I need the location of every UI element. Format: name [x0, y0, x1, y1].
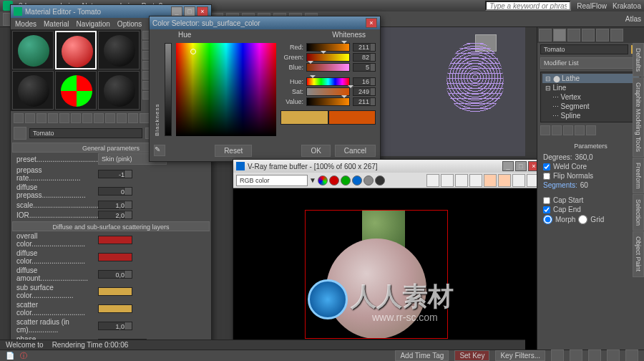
vfb-maximize-button[interactable]: □ — [515, 161, 527, 171]
menu-realflow[interactable]: RealFlow — [577, 2, 607, 10]
material-slot[interactable] — [55, 71, 97, 110]
cap-end-checkbox[interactable] — [543, 206, 550, 213]
modify-tab[interactable] — [553, 29, 566, 42]
picker-marker[interactable] — [190, 49, 196, 54]
corrections-button[interactable] — [512, 174, 525, 187]
diffuse-color-swatch[interactable] — [98, 253, 132, 261]
red-value[interactable]: 211 — [353, 43, 376, 52]
channel-dropdown[interactable]: RGB color — [236, 175, 308, 186]
hue-value[interactable]: 16 — [353, 77, 376, 86]
tab-defaults[interactable]: Defaults — [633, 43, 644, 77]
put-to-library-button[interactable] — [82, 113, 92, 123]
me-close-button[interactable]: × — [197, 6, 208, 16]
vfb-titlebar[interactable]: V-Ray frame buffer - [100% of 600 x 267]… — [233, 160, 542, 173]
make-copy-button[interactable] — [59, 113, 69, 123]
copy-button[interactable] — [469, 174, 482, 187]
get-material-button[interactable] — [14, 113, 24, 123]
cap-start-checkbox[interactable] — [543, 197, 550, 204]
tab-freeform[interactable]: Freeform — [633, 158, 644, 194]
tab-graphite[interactable]: Graphite Modeling Tools — [633, 77, 644, 157]
material-slot[interactable] — [98, 71, 140, 110]
show-map-button[interactable] — [105, 113, 115, 123]
scatter-color-swatch[interactable] — [98, 304, 132, 313]
green-channel-button[interactable] — [341, 175, 351, 186]
tab-selection[interactable]: Selection — [633, 194, 644, 231]
reset-button[interactable] — [48, 113, 58, 123]
degrees-spinner[interactable]: 360,0 — [575, 153, 610, 161]
val-value[interactable]: 211 — [353, 97, 376, 106]
modifier-list-dropdown[interactable]: Modifier List — [540, 57, 641, 69]
blue-slider[interactable] — [306, 63, 350, 72]
me-minimize-button[interactable]: _ — [171, 6, 182, 16]
stack-segment[interactable]: ⋯ Segment — [542, 102, 639, 111]
utilities-tab[interactable] — [610, 29, 623, 42]
diffuse-amt-spinner[interactable]: 0,0 — [98, 270, 132, 279]
assign-button[interactable] — [36, 113, 47, 123]
add-time-tag-button[interactable]: Add Time Tag — [395, 350, 449, 361]
render-region[interactable] — [305, 210, 448, 339]
goto-start-button[interactable] — [551, 350, 564, 362]
ior-spinner[interactable]: 2,0 — [98, 211, 132, 219]
show-end-result-button[interactable] — [117, 113, 127, 123]
display-tab[interactable] — [596, 29, 609, 42]
cs-titlebar[interactable]: Color Selector: sub_surface_color × — [150, 16, 380, 29]
maxscript-icon[interactable]: 📄 — [6, 352, 14, 360]
material-slot-active[interactable] — [55, 31, 97, 69]
segments-spinner[interactable]: 60 — [580, 181, 609, 189]
me-menu-material[interactable]: Material — [44, 20, 69, 28]
tab-object-paint[interactable]: Object Paint — [633, 231, 644, 276]
morph-radio[interactable] — [543, 215, 552, 224]
region-button[interactable] — [484, 174, 497, 187]
stack-lathe[interactable]: ⊟ ⬤ Lathe — [542, 74, 639, 83]
me-menu-modes[interactable]: Modes — [15, 20, 36, 28]
object-name-input[interactable] — [540, 44, 628, 54]
sss-color-swatch[interactable] — [98, 287, 132, 296]
wireframe-object[interactable] — [447, 42, 504, 113]
info-icon[interactable]: ⓘ — [20, 351, 27, 361]
play-button[interactable] — [588, 350, 601, 362]
make-unique-button[interactable] — [71, 113, 81, 123]
hierarchy-tab[interactable] — [567, 29, 580, 42]
show-end-button[interactable] — [552, 125, 562, 135]
cs-close-button[interactable]: × — [366, 18, 377, 28]
key-filters-button[interactable]: Key Filters... — [495, 350, 545, 361]
remove-mod-button[interactable] — [575, 125, 585, 135]
motion-tab[interactable] — [582, 29, 595, 42]
track-mouse-button[interactable] — [498, 174, 511, 187]
scale-spinner[interactable]: 1,0 — [98, 201, 132, 209]
search-input[interactable] — [485, 1, 571, 11]
prepass-spinner[interactable]: -1 — [98, 170, 132, 178]
weld-checkbox[interactable] — [543, 163, 550, 170]
eyedropper-icon[interactable]: ✎ — [154, 145, 165, 156]
material-name-input[interactable] — [29, 128, 142, 138]
prev-frame-button[interactable] — [570, 350, 582, 362]
ok-button[interactable]: OK — [301, 145, 330, 157]
goto-end-button[interactable] — [625, 350, 638, 362]
timeline[interactable]: Welcome to Rendering Time 0:00:06 — [0, 340, 525, 350]
stack-line[interactable]: ⊟ Line — [542, 83, 639, 92]
clear-button[interactable] — [455, 174, 468, 187]
put-to-scene-button[interactable] — [25, 113, 35, 123]
pin-stack-button[interactable] — [540, 125, 550, 135]
blue-channel-button[interactable] — [352, 175, 362, 186]
overall-color-swatch[interactable] — [98, 236, 132, 244]
go-sibling-button[interactable] — [140, 113, 150, 123]
next-frame-button[interactable] — [607, 350, 620, 362]
go-parent-button[interactable] — [128, 113, 138, 123]
material-slot[interactable] — [12, 71, 54, 110]
hue-whiteness-picker[interactable] — [176, 43, 276, 136]
red-channel-button[interactable] — [329, 175, 339, 186]
rgb-button[interactable] — [318, 175, 328, 186]
me-menu-options[interactable]: Options — [117, 20, 142, 28]
red-slider[interactable] — [306, 43, 350, 52]
alpha-channel-button[interactable] — [364, 175, 374, 186]
load-image-button[interactable] — [441, 174, 454, 187]
grid-radio[interactable] — [578, 215, 587, 224]
pick-button[interactable] — [14, 127, 26, 140]
render-view[interactable] — [233, 188, 542, 353]
menu-krakatoa[interactable]: Krakatoa — [613, 2, 641, 10]
reset-button[interactable]: Reset — [215, 145, 252, 157]
green-value[interactable]: 82 — [353, 53, 376, 62]
stack-spline[interactable]: ⋯ Spline — [542, 111, 639, 120]
mono-button[interactable] — [375, 175, 385, 186]
